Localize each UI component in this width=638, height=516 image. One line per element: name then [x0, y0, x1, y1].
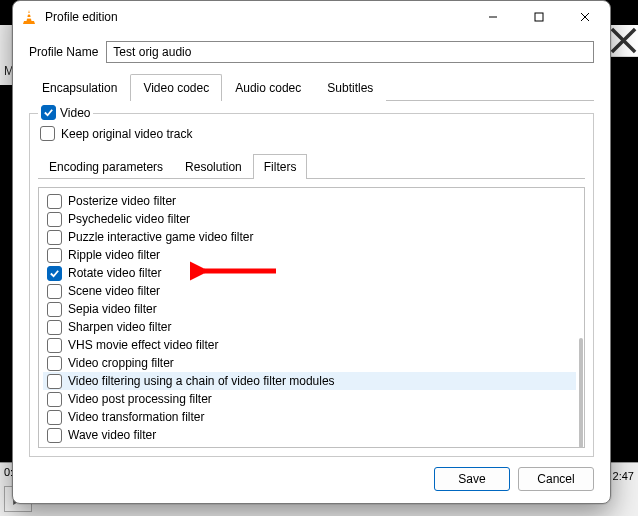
video-checkbox-label: Video — [60, 106, 90, 120]
tab-audio-codec[interactable]: Audio codec — [222, 74, 314, 101]
svg-rect-0 — [27, 13, 30, 15]
filter-checkbox[interactable] — [47, 248, 62, 263]
filter-label: Video transformation filter — [68, 409, 205, 425]
video-group: Video Keep original video track Encoding… — [29, 113, 594, 457]
save-button[interactable]: Save — [434, 467, 510, 491]
filter-item[interactable]: Video filtering using a chain of video f… — [43, 372, 576, 390]
dialog-title: Profile edition — [45, 10, 118, 24]
underlying-close-button[interactable] — [608, 25, 638, 57]
tab-subtitles[interactable]: Subtitles — [314, 74, 386, 101]
filter-item[interactable]: Video cropping filter — [43, 354, 576, 372]
filter-checkbox[interactable] — [47, 374, 62, 389]
close-icon — [609, 26, 638, 55]
filter-label: Posterize video filter — [68, 193, 176, 209]
video-subtabs: Encoding parametersResolutionFilters — [38, 153, 585, 179]
filter-label: Psychedelic video filter — [68, 211, 190, 227]
filter-checkbox[interactable] — [47, 194, 62, 209]
profile-edition-dialog: Profile edition Profile Name Encapsulati… — [12, 0, 611, 504]
filter-item[interactable]: Rotate video filter — [43, 264, 576, 282]
close-button[interactable] — [562, 1, 608, 33]
filter-checkbox[interactable] — [47, 320, 62, 335]
filter-item[interactable]: Video post processing filter — [43, 390, 576, 408]
filter-checkbox[interactable] — [47, 212, 62, 227]
filter-item[interactable]: Posterize video filter — [43, 192, 576, 210]
video-checkbox[interactable] — [41, 105, 56, 120]
filter-checkbox[interactable] — [47, 230, 62, 245]
maximize-button[interactable] — [516, 1, 562, 33]
tab-video-codec[interactable]: Video codec — [130, 74, 222, 101]
filter-item[interactable]: VHS movie effect video filter — [43, 336, 576, 354]
maximize-icon — [534, 12, 544, 22]
filter-item[interactable]: Psychedelic video filter — [43, 210, 576, 228]
filter-item[interactable]: Scene video filter — [43, 282, 576, 300]
filter-checkbox[interactable] — [47, 392, 62, 407]
subtab-resolution[interactable]: Resolution — [174, 154, 253, 179]
filter-item[interactable]: Puzzle interactive game video filter — [43, 228, 576, 246]
svg-rect-2 — [535, 13, 543, 21]
close-icon — [580, 12, 590, 22]
filter-item[interactable]: Wave video filter — [43, 426, 576, 444]
filter-label: Video post processing filter — [68, 391, 212, 407]
subtab-encoding-parameters[interactable]: Encoding parameters — [38, 154, 174, 179]
vlc-cone-icon — [21, 9, 37, 25]
filter-label: Rotate video filter — [68, 265, 161, 281]
filter-checkbox[interactable] — [47, 266, 62, 281]
profile-name-input[interactable] — [106, 41, 594, 63]
filter-item[interactable]: Sepia video filter — [43, 300, 576, 318]
filter-item[interactable]: Sharpen video filter — [43, 318, 576, 336]
filter-label: Scene video filter — [68, 283, 160, 299]
cancel-button[interactable]: Cancel — [518, 467, 594, 491]
filter-label: Video cropping filter — [68, 355, 174, 371]
filters-panel: Posterize video filterPsychedelic video … — [38, 187, 585, 448]
filter-checkbox[interactable] — [47, 302, 62, 317]
check-icon — [43, 107, 54, 118]
filter-checkbox[interactable] — [47, 410, 62, 425]
codec-tabs: EncapsulationVideo codecAudio codecSubti… — [29, 73, 594, 101]
scrollbar-thumb[interactable] — [579, 338, 583, 448]
keep-original-checkbox[interactable] — [40, 126, 55, 141]
filter-checkbox[interactable] — [47, 338, 62, 353]
filter-label: Puzzle interactive game video filter — [68, 229, 253, 245]
check-icon — [49, 268, 60, 279]
filter-label: Sharpen video filter — [68, 319, 171, 335]
filter-checkbox[interactable] — [47, 356, 62, 371]
minimize-icon — [488, 12, 498, 22]
filter-item[interactable]: Video transformation filter — [43, 408, 576, 426]
filter-label: Sepia video filter — [68, 301, 157, 317]
filter-label: Wave video filter — [68, 427, 156, 443]
filter-label: VHS movie effect video filter — [68, 337, 219, 353]
filter-label: Video filtering using a chain of video f… — [68, 373, 335, 389]
filter-label: Ripple video filter — [68, 247, 160, 263]
playback-time-total: 2:47 — [613, 470, 634, 482]
subtab-filters[interactable]: Filters — [253, 154, 308, 179]
filter-item[interactable]: Ripple video filter — [43, 246, 576, 264]
svg-rect-1 — [27, 17, 32, 19]
tab-encapsulation[interactable]: Encapsulation — [29, 74, 130, 101]
title-bar[interactable]: Profile edition — [13, 1, 610, 33]
filter-checkbox[interactable] — [47, 428, 62, 443]
minimize-button[interactable] — [470, 1, 516, 33]
filters-list[interactable]: Posterize video filterPsychedelic video … — [39, 188, 580, 447]
profile-name-label: Profile Name — [29, 45, 98, 59]
keep-original-label: Keep original video track — [61, 127, 192, 141]
filter-checkbox[interactable] — [47, 284, 62, 299]
